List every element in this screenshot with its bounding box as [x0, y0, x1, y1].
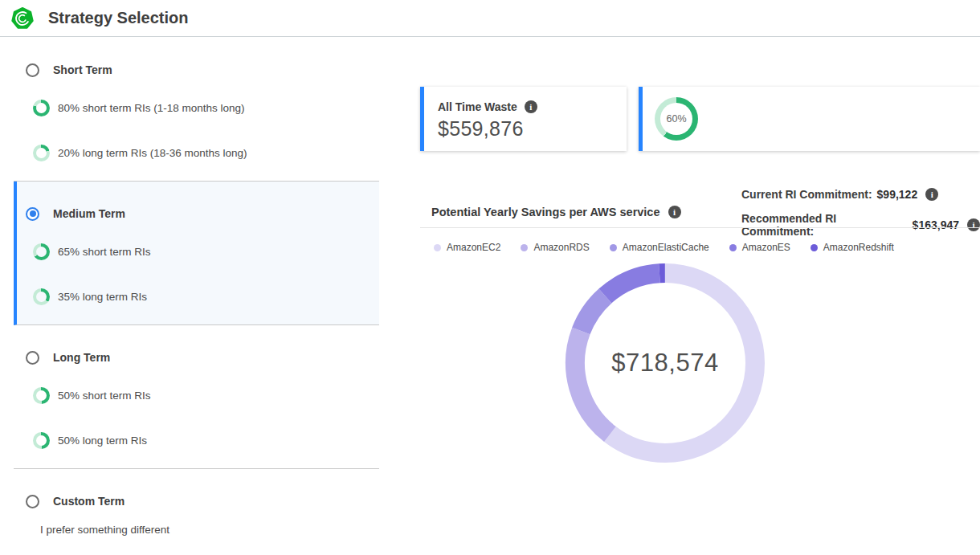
info-icon[interactable]: i [525, 100, 537, 113]
current-ri-commitment-value: $99,122 [877, 188, 918, 201]
strategy-option-custom-term[interactable]: Custom Term [26, 494, 125, 508]
info-icon[interactable]: i [668, 206, 681, 218]
chart-divider [420, 227, 980, 228]
legend-label: AmazonElastiCache [623, 242, 709, 253]
strategy-label: Long Term [53, 351, 110, 364]
legend-dot-icon [610, 244, 617, 251]
legend-item-AmazonRedshift[interactable]: AmazonRedshift [811, 242, 894, 253]
percent-ring-icon [33, 432, 50, 449]
legend-label: AmazonRDS [533, 242, 589, 253]
chart-legend: AmazonEC2AmazonRDSAmazonElastiCacheAmazo… [434, 242, 894, 253]
legend-dot-icon [434, 244, 441, 251]
ri-commitment-card: 60% Current RI Commitment: $99,122 i Rec… [639, 87, 980, 151]
strategy-detail-label: 50% long term RIs [58, 435, 147, 447]
commitment-gauge-icon: 60% [655, 97, 698, 141]
chart-title: Potential Yearly Savings per AWS service [431, 206, 660, 218]
strategy-detail-label: 50% short term RIs [58, 390, 151, 402]
legend-item-AmazonES[interactable]: AmazonES [729, 242, 790, 253]
strategy-detail-label: 20% long term RIs (18-36 months long) [58, 147, 247, 159]
radio-long-term[interactable] [26, 351, 39, 365]
legend-label: AmazonEC2 [447, 242, 500, 253]
strategy-detail-row: 50% short term RIs [33, 386, 151, 404]
all-time-waste-label: All Time Waste [438, 100, 517, 113]
radio-custom-term[interactable] [26, 495, 39, 508]
strategy-label: Custom Term [53, 495, 125, 508]
current-ri-commitment-label: Current RI Commitment: [741, 188, 872, 201]
strategy-detail-row: 65% short term RIs [33, 243, 151, 260]
strategy-detail-row: 35% long term RIs [33, 288, 147, 305]
legend-dot-icon [811, 244, 818, 251]
info-icon[interactable]: i [925, 188, 938, 201]
commitment-gauge-value: 60% [660, 103, 692, 135]
percent-ring-icon [33, 243, 50, 260]
info-icon[interactable]: i [967, 218, 980, 231]
legend-item-AmazonEC2[interactable]: AmazonEC2 [434, 242, 500, 253]
section-divider [14, 468, 379, 469]
all-time-waste-card: All Time Waste i $559,876 [420, 87, 627, 151]
legend-dot-icon [521, 244, 528, 251]
strategy-option-long-term[interactable]: Long Term [26, 350, 110, 365]
page-title: Strategy Selection [48, 0, 189, 36]
recommended-ri-commitment-row: Recommended RI Commitment: $163,947 i [741, 212, 980, 238]
strategy-detail-row: 20% long term RIs (18-36 months long) [33, 144, 247, 161]
donut-center-total: $718,574 [561, 259, 770, 467]
recommended-ri-commitment-value: $163,947 [913, 218, 959, 231]
strategy-detail-label: 65% short term RIs [58, 246, 151, 258]
strategy-option-short-term[interactable]: Short Term [26, 63, 112, 77]
strategy-detail-row: 80% short term RIs (1-18 months long) [33, 99, 245, 116]
legend-item-AmazonRDS[interactable]: AmazonRDS [521, 242, 589, 253]
custom-term-description: I prefer something different [40, 524, 169, 536]
percent-ring-icon [33, 100, 50, 116]
strategy-label: Short Term [53, 63, 112, 76]
percent-ring-icon [33, 145, 50, 161]
recommended-ri-commitment-label: Recommended RI Commitment: [741, 212, 908, 238]
cloudcheckr-logo-icon [11, 7, 34, 30]
percent-ring-icon [33, 288, 50, 305]
percent-ring-icon [33, 387, 50, 404]
current-ri-commitment-row: Current RI Commitment: $99,122 i [741, 188, 938, 201]
savings-donut-chart: $718,574 [561, 259, 770, 467]
strategy-label: Medium Term [53, 207, 125, 220]
legend-label: AmazonES [742, 242, 790, 253]
legend-label: AmazonRedshift [823, 242, 894, 253]
legend-dot-icon [729, 244, 737, 251]
strategy-selection-page: Strategy Selection Short Term 80% short … [0, 0, 980, 555]
strategy-detail-label: 35% long term RIs [58, 291, 147, 303]
all-time-waste-value: $559,876 [438, 117, 524, 141]
strategy-option-medium-term[interactable]: Medium Term [26, 206, 125, 221]
page-header: Strategy Selection [0, 0, 980, 37]
strategy-detail-row: 50% long term RIs [33, 431, 147, 449]
radio-short-term[interactable] [26, 63, 39, 77]
chart-header: Potential Yearly Savings per AWS service… [431, 206, 681, 218]
radio-medium-term[interactable] [26, 207, 39, 221]
legend-item-AmazonElastiCache[interactable]: AmazonElastiCache [610, 242, 709, 253]
strategy-detail-label: 80% short term RIs (1-18 months long) [58, 102, 245, 114]
